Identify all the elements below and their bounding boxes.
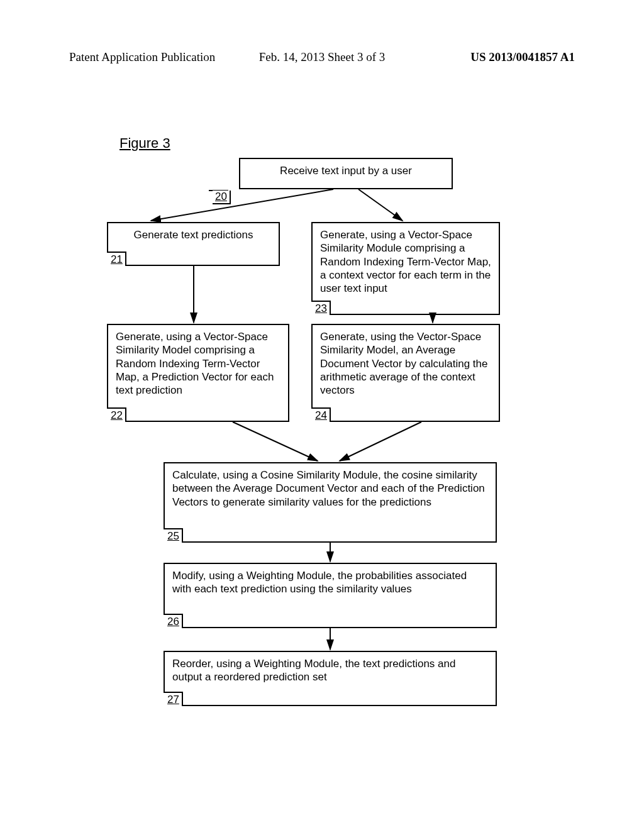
svg-line-5 [340, 422, 421, 461]
flow-box-20: Receive text input by a user 20 [239, 158, 453, 189]
svg-line-0 [151, 189, 333, 221]
flow-box-21: Generate text predictions 21 [107, 222, 280, 266]
ref-num-23: 23 [311, 301, 331, 315]
flow-box-27: Reorder, using a Weighting Module, the t… [164, 651, 497, 706]
flow-box-22: Generate, using a Vector-Space Similarit… [107, 324, 289, 422]
flow-box-23-text: Generate, using a Vector-Space Similarit… [320, 228, 491, 309]
flow-box-20-text: Receive text input by a user [248, 164, 444, 191]
flow-box-23: Generate, using a Vector-Space Similarit… [311, 222, 500, 315]
flow-box-24: Generate, using the Vector-Space Similar… [311, 324, 500, 422]
flow-box-25-text: Calculate, using a Cosine Similarity Mod… [172, 468, 488, 523]
flow-box-27-text: Reorder, using a Weighting Module, the t… [172, 657, 488, 698]
page-header: Patent Application Publication Feb. 14, … [0, 50, 644, 64]
header-right-text: US 2013/0041857 A1 [470, 50, 575, 64]
ref-num-21: 21 [107, 252, 126, 266]
flow-box-21-text: Generate text predictions [116, 228, 271, 255]
flow-box-24-text: Generate, using the Vector-Space Similar… [320, 330, 491, 411]
flow-box-26-text: Modify, using a Weighting Module, the pr… [172, 569, 488, 610]
ref-num-22: 22 [107, 407, 126, 422]
header-left-text: Patent Application Publication [69, 50, 215, 64]
svg-line-1 [358, 189, 402, 221]
ref-num-20-label: 20 [213, 191, 231, 204]
ref-num-24: 24 [311, 407, 331, 422]
svg-line-4 [233, 422, 318, 461]
ref-num-26: 26 [164, 614, 183, 628]
flow-box-22-text: Generate, using a Vector-Space Similarit… [116, 330, 280, 411]
ref-num-25: 25 [164, 528, 183, 543]
ref-num-27: 27 [164, 692, 183, 706]
header-center-text: Feb. 14, 2013 Sheet 3 of 3 [259, 50, 386, 64]
flow-box-25: Calculate, using a Cosine Similarity Mod… [164, 462, 497, 543]
figure-title: Figure 3 [119, 135, 170, 152]
flow-box-26: Modify, using a Weighting Module, the pr… [164, 563, 497, 628]
